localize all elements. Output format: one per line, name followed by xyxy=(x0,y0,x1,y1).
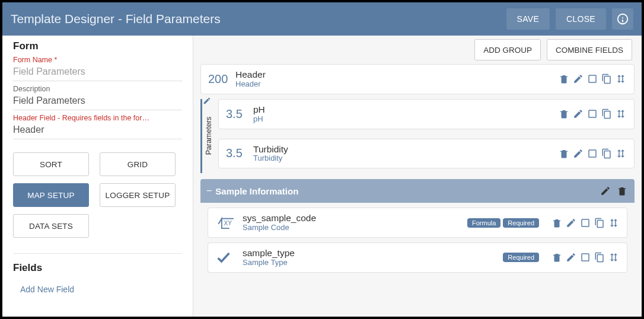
copy-button[interactable] xyxy=(601,148,613,160)
sidebar-button-grid: SORT GRID MAP SETUP LOGGER SETUP DATA SE… xyxy=(13,152,182,238)
parameters-tab[interactable]: Parameters xyxy=(200,99,215,174)
parameters-label: Parameters xyxy=(205,109,213,162)
tablet-icon xyxy=(580,218,591,228)
add-group-button[interactable]: ADD GROUP xyxy=(474,39,541,60)
trash-icon xyxy=(559,109,569,119)
app-header: Template Designer - Field Parameters SAV… xyxy=(2,2,642,36)
pencil-icon xyxy=(573,109,584,119)
copy-button[interactable] xyxy=(594,217,605,229)
row-actions xyxy=(558,148,627,160)
edit-button[interactable] xyxy=(565,217,577,229)
sort-arrows-icon xyxy=(608,252,619,263)
number-type-icon: 200 xyxy=(208,72,235,86)
row-actions xyxy=(551,217,620,229)
field-title: Header xyxy=(235,69,558,80)
tablet-icon xyxy=(587,148,598,159)
delete-button[interactable] xyxy=(558,148,570,160)
sort-arrows-icon xyxy=(616,148,626,159)
pencil-icon xyxy=(600,186,611,196)
field-row-turbidity[interactable]: 3.5 Turbidity Turbidity xyxy=(218,139,635,169)
map-setup-button[interactable]: MAP SETUP xyxy=(13,183,89,207)
save-button[interactable]: SAVE xyxy=(506,8,550,30)
field-title: pH xyxy=(253,104,558,115)
trash-icon xyxy=(617,186,627,196)
group-header-sample-information[interactable]: − Sample Information xyxy=(200,179,635,203)
field-row-header[interactable]: 200 Header Header xyxy=(200,64,635,94)
sort-arrows-icon xyxy=(608,218,619,228)
main-toolbar: ADD GROUP COMBINE FIELDS xyxy=(200,36,635,64)
edit-button[interactable] xyxy=(572,73,584,85)
field-subtitle: Header xyxy=(235,80,558,89)
device-button[interactable] xyxy=(579,217,591,229)
parameters-group: Parameters 3.5 pH pH xyxy=(200,99,635,174)
form-name-input[interactable]: Field Parameters xyxy=(13,64,182,81)
add-new-field-link[interactable]: Add New Field xyxy=(20,285,74,294)
field-row-ph[interactable]: 3.5 pH pH xyxy=(218,99,635,129)
row-actions xyxy=(558,73,627,85)
edit-button[interactable] xyxy=(565,251,577,263)
copy-icon xyxy=(594,252,605,263)
copy-button[interactable] xyxy=(594,251,605,263)
copy-button[interactable] xyxy=(601,73,613,85)
edit-button[interactable] xyxy=(572,148,584,160)
info-button[interactable] xyxy=(612,8,633,30)
sort-button[interactable]: SORT xyxy=(13,152,89,176)
collapse-toggle[interactable]: − xyxy=(206,186,212,196)
reorder-button[interactable] xyxy=(615,73,627,85)
field-subtitle: Turbidity xyxy=(253,154,558,163)
delete-button[interactable] xyxy=(551,251,563,263)
decimal-type-icon: 3.5 xyxy=(226,146,253,160)
device-button[interactable] xyxy=(586,148,598,160)
delete-button[interactable] xyxy=(558,108,570,120)
info-icon xyxy=(616,12,629,25)
grid-button[interactable]: GRID xyxy=(100,152,176,176)
field-row-sys-sample-code[interactable]: XY sys_sample_code Sample Code Formula R… xyxy=(208,208,627,238)
field-badges: Required xyxy=(503,253,539,262)
check-type-icon xyxy=(215,249,243,266)
sort-arrows-icon xyxy=(616,109,626,119)
edit-button[interactable] xyxy=(572,108,584,120)
header-field-input[interactable]: Header xyxy=(13,122,182,139)
required-badge: Required xyxy=(503,218,539,228)
group-name: Sample Information xyxy=(215,186,595,196)
form-name-label: Form Name * xyxy=(13,56,182,64)
group-rows: XY sys_sample_code Sample Code Formula R… xyxy=(200,208,635,273)
delete-button[interactable] xyxy=(551,217,563,229)
copy-button[interactable] xyxy=(601,108,613,120)
pencil-icon xyxy=(573,74,584,84)
reorder-button[interactable] xyxy=(615,148,627,160)
group-delete-button[interactable] xyxy=(616,184,629,197)
device-button[interactable] xyxy=(586,108,598,120)
page-title: Template Designer - Field Parameters xyxy=(11,12,500,26)
trash-icon xyxy=(559,74,569,84)
reorder-button[interactable] xyxy=(608,217,620,229)
close-button[interactable]: CLOSE xyxy=(556,8,606,30)
pencil-icon xyxy=(566,252,576,263)
decimal-type-icon: 3.5 xyxy=(226,107,253,121)
sidebar-divider xyxy=(13,253,182,254)
copy-icon xyxy=(601,109,612,119)
logger-setup-button[interactable]: LOGGER SETUP xyxy=(100,183,176,207)
group-edit-button[interactable] xyxy=(599,184,612,197)
tablet-icon xyxy=(580,252,591,263)
device-button[interactable] xyxy=(579,251,591,263)
tablet-icon xyxy=(587,74,598,84)
device-button[interactable] xyxy=(586,73,598,85)
copy-icon xyxy=(601,74,612,84)
required-badge: Required xyxy=(503,253,539,262)
trash-icon xyxy=(551,218,562,228)
reorder-button[interactable] xyxy=(608,251,620,263)
fields-section-heading: Fields xyxy=(13,262,182,274)
field-row-sample-type[interactable]: sample_type Sample Type Required xyxy=(208,243,627,273)
main-panel: ADD GROUP COMBINE FIELDS 200 Header Head… xyxy=(193,36,642,317)
trash-icon xyxy=(551,252,562,263)
sidebar: Form Form Name * Field Parameters Descri… xyxy=(2,36,193,317)
combine-fields-button[interactable]: COMBINE FIELDS xyxy=(547,39,632,60)
data-sets-button[interactable]: DATA SETS xyxy=(13,214,89,238)
delete-button[interactable] xyxy=(558,73,570,85)
copy-icon xyxy=(601,148,612,159)
description-input[interactable]: Field Parameters xyxy=(13,93,182,110)
field-subtitle: Sample Type xyxy=(243,259,503,267)
trash-icon xyxy=(559,148,569,159)
reorder-button[interactable] xyxy=(615,108,627,120)
